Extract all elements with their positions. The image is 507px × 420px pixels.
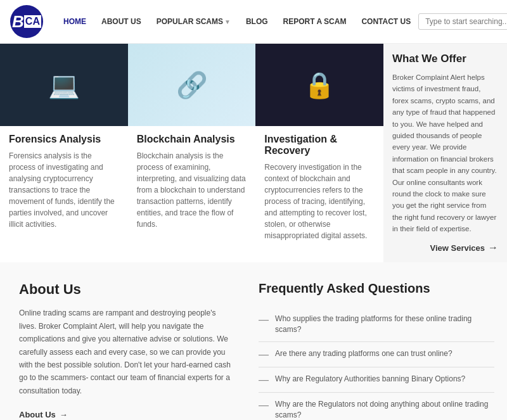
service-blockchain: Blockchain Analysis Blockchain analysis …: [128, 44, 256, 262]
faq-item-1[interactable]: — Who supplies the trading platforms for…: [259, 307, 494, 342]
services-offer-row: Forensics Analysis Forensics analysis is…: [0, 44, 507, 262]
faq-minus-icon: —: [259, 400, 269, 411]
faq-minus-icon: —: [259, 374, 269, 386]
nav-blog[interactable]: BLOG: [238, 12, 276, 31]
blockchain-content: Blockchain Analysis Blockchain analysis …: [128, 126, 256, 243]
investigation-desc: Recovery investigation in the context of…: [264, 162, 375, 241]
about-faq-section: About Us Online trading scams are rampan…: [0, 262, 507, 420]
blockchain-title: Blockchain Analysis: [137, 134, 247, 145]
faq-question-3: Why are Regulatory Authorities banning B…: [275, 374, 465, 385]
blockchain-desc: Blockchain analysis is the process of ex…: [137, 150, 247, 230]
faq-minus-icon: —: [259, 314, 269, 326]
forensics-image: [0, 44, 128, 126]
arrow-right-icon: →: [488, 242, 498, 253]
logo-b: B: [12, 12, 24, 32]
blockchain-image: [128, 44, 256, 126]
nav-contact[interactable]: CONTACT US: [354, 12, 418, 31]
faq-question-4: Why are the Regulators not doing anythin…: [275, 399, 494, 420]
faq-question-2: Are there any trading platforms one can …: [275, 348, 452, 359]
offer-description: Broker Complaint Alert helps victims of …: [392, 72, 498, 234]
forensics-title: Forensics Analysis: [9, 134, 119, 145]
about-link-label: About Us: [19, 410, 56, 419]
about-title: About Us: [19, 281, 233, 298]
faq-minus-icon: —: [259, 349, 269, 360]
service-investigation: Investigation & Recovery Recovery invest…: [255, 44, 383, 262]
forensics-desc: Forensics analysis is the process of inv…: [9, 150, 119, 230]
about-column: About Us Online trading scams are rampan…: [19, 281, 233, 420]
about-text: Online trading scams are rampant and des…: [19, 307, 233, 397]
main-nav: HOME ABOUT US POPULAR SCAMS ▼ BLOG REPOR…: [56, 12, 418, 31]
about-link[interactable]: About Us →: [19, 410, 233, 419]
view-services-label: View Services: [430, 243, 485, 253]
nav-scams[interactable]: POPULAR SCAMS ▼: [149, 12, 238, 31]
investigation-content: Investigation & Recovery Recovery invest…: [255, 126, 383, 254]
service-forensics: Forensics Analysis Forensics analysis is…: [0, 44, 128, 262]
logo[interactable]: B CA: [10, 5, 43, 38]
header: B CA HOME ABOUT US POPULAR SCAMS ▼ BLOG …: [0, 0, 507, 44]
view-services-link[interactable]: View Services →: [392, 242, 498, 253]
faq-title: Frequently Asked Questions: [259, 281, 494, 296]
nav-home[interactable]: HOME: [56, 12, 94, 31]
investigation-title: Investigation & Recovery: [264, 134, 375, 156]
services-cards: Forensics Analysis Forensics analysis is…: [0, 44, 383, 262]
faq-question-1: Who supplies the trading platforms for t…: [275, 314, 494, 335]
faq-column: Frequently Asked Questions — Who supplie…: [259, 281, 494, 420]
forensics-content: Forensics Analysis Forensics analysis is…: [0, 126, 128, 243]
logo-ca: CA: [24, 15, 41, 28]
nav-report[interactable]: REPORT A SCAM: [276, 12, 354, 31]
about-arrow-icon: →: [60, 410, 68, 419]
faq-item-4[interactable]: — Why are the Regulators not doing anyth…: [259, 393, 494, 420]
offer-box: What We Offer Broker Complaint Alert hel…: [383, 44, 507, 262]
nav-about[interactable]: ABOUT US: [94, 12, 149, 31]
offer-title: What We Offer: [392, 53, 498, 65]
faq-item-2[interactable]: — Are there any trading platforms one ca…: [259, 342, 494, 367]
chevron-down-icon: ▼: [224, 18, 231, 25]
investigation-image: [255, 44, 383, 126]
faq-item-3[interactable]: — Why are Regulatory Authorities banning…: [259, 367, 494, 393]
search-input[interactable]: [418, 13, 507, 30]
